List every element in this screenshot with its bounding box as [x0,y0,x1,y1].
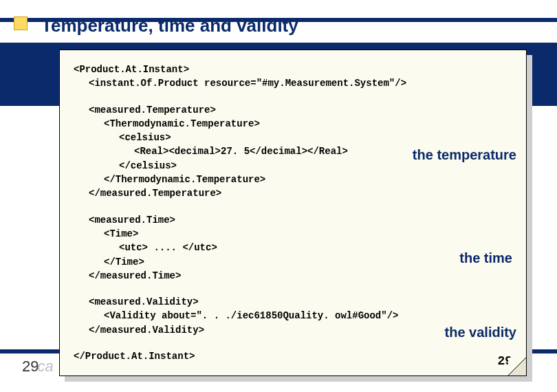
code-line: <instant.Of.Product resource="#my.Measur… [74,76,512,90]
annotation-time: the time [459,248,512,268]
code-line: <measured.Time> [74,213,512,227]
code-line: </measured.Time> [74,269,512,283]
code-line: <measured.Temperature> [74,103,512,117]
page-number-left-num: 29 [22,358,39,375]
code-line: <Thermodynamic.Temperature> [74,117,512,131]
page-number-ghost: ca [37,358,53,375]
code-line: <measured.Validity> [74,295,512,309]
code-line: </Product.At.Instant> [74,351,195,362]
code-block-wrap: <Product.At.Instant> <instant.Of.Product… [59,50,527,376]
page-fold-icon [508,358,526,375]
slide-title: Temperature, time and validity [41,15,298,36]
code-line: <Validity about=". . ./iec61850Quality. … [74,309,512,323]
slide: Temperature, time and validity <Product.… [0,0,557,392]
code-line: <celsius> [74,131,512,144]
code-line: </measured.Temperature> [74,186,512,200]
code-line: <utc> .... </utc> [74,241,512,254]
code-line: </Time> [74,255,512,269]
code-line: <Time> [74,227,512,241]
code-line: </Thermodynamic.Temperature> [74,173,512,186]
page-number-left: 29ca [22,358,54,375]
bullet-square-icon [14,17,28,30]
code-block: <Product.At.Instant> <instant.Of.Product… [59,50,527,376]
annotation-temperature: the temperature [413,145,516,165]
annotation-validity: the validity [445,323,516,342]
code-line: <Product.At.Instant> [74,64,189,75]
